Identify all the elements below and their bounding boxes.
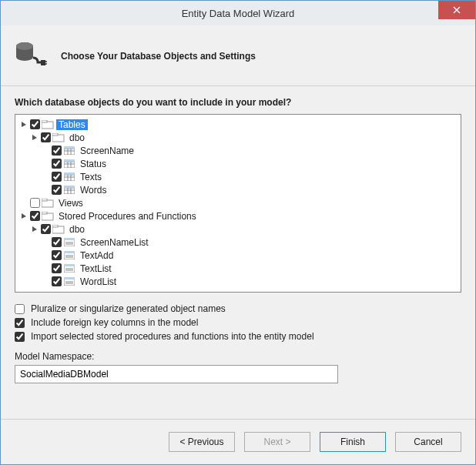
table-icon — [63, 185, 75, 196]
window-title: Entity Data Model Wizard — [1, 8, 475, 19]
tree-node-textadd[interactable]: TextAdd — [20, 249, 456, 262]
cancel-button[interactable]: Cancel — [395, 432, 461, 452]
checkbox-fk[interactable] — [15, 318, 25, 328]
tree-label: WordList — [78, 276, 119, 287]
sproc-icon — [63, 237, 75, 248]
checkbox-status[interactable] — [52, 159, 62, 169]
spacer — [42, 238, 50, 246]
database-plug-icon — [15, 41, 47, 72]
spacer — [42, 186, 50, 194]
option-pluralize-label: Pluralize or singularize generated objec… — [31, 303, 226, 314]
svg-rect-2 — [41, 60, 45, 65]
finish-button[interactable]: Finish — [320, 432, 386, 452]
checkbox-import-sp[interactable] — [15, 332, 25, 342]
folder-icon — [42, 198, 54, 209]
spacer — [20, 199, 28, 207]
tree-label: Views — [56, 198, 85, 209]
option-pluralize-row: Pluralize or singularize generated objec… — [15, 303, 461, 314]
spacer — [42, 264, 50, 273]
sproc-icon — [63, 250, 75, 261]
svg-rect-6 — [42, 120, 47, 122]
question-text: Which database objects do you want to in… — [15, 97, 461, 108]
svg-rect-48 — [64, 264, 75, 266]
svg-rect-52 — [64, 277, 75, 279]
titlebar: Entity Data Model Wizard — [1, 1, 475, 25]
svg-rect-36 — [42, 212, 47, 214]
table-icon — [63, 146, 75, 156]
folder-icon — [42, 211, 54, 222]
tree-node-status[interactable]: Status — [20, 157, 456, 170]
checkbox-tables-dbo[interactable] — [41, 132, 51, 142]
tree-node-views[interactable]: Views — [20, 196, 456, 209]
tree-node-screennamelist[interactable]: ScreenNameList — [20, 236, 456, 249]
next-button[interactable]: Next > — [244, 432, 310, 452]
namespace-label: Model Namespace: — [15, 351, 461, 362]
tree-label: Texts — [78, 172, 104, 182]
divider — [1, 85, 475, 86]
tree-node-screenname[interactable]: ScreenName — [20, 144, 456, 157]
tree-node-tables-dbo[interactable]: dbo — [20, 131, 456, 144]
sproc-icon — [63, 276, 75, 287]
svg-rect-8 — [52, 133, 58, 135]
tree-label: Status — [78, 159, 109, 169]
tree-label: dbo — [67, 224, 87, 235]
checkbox-sprocs-dbo[interactable] — [41, 224, 51, 234]
checkbox-screenname[interactable] — [52, 146, 62, 156]
close-icon — [453, 6, 461, 14]
spacer — [42, 146, 50, 155]
table-icon — [63, 172, 75, 182]
option-import-sp-label: Import selected stored procedures and fu… — [31, 331, 314, 342]
checkbox-pluralize[interactable] — [15, 304, 25, 314]
expand-icon[interactable] — [20, 120, 28, 129]
button-bar: < Previous Next > Finish Cancel — [1, 419, 475, 464]
checkbox-tables[interactable] — [30, 119, 40, 129]
tree-label: TextAdd — [78, 250, 116, 261]
option-fk-row: Include foreign key columns in the model — [15, 317, 461, 328]
svg-point-1 — [16, 42, 33, 50]
svg-rect-26 — [64, 172, 75, 175]
option-import-sp-row: Import selected stored procedures and fu… — [15, 331, 461, 342]
tree-label: dbo — [67, 132, 87, 143]
svg-rect-14 — [64, 146, 75, 149]
spacer — [42, 159, 50, 168]
svg-rect-38 — [52, 225, 58, 227]
checkbox-textadd[interactable] — [52, 250, 62, 260]
tree-node-texts[interactable]: Texts — [20, 170, 456, 183]
checkbox-texts[interactable] — [52, 172, 62, 182]
tree-node-sprocs-dbo[interactable]: dbo — [20, 222, 456, 236]
svg-rect-44 — [64, 251, 75, 253]
tree-label: TextList — [78, 263, 114, 274]
expand-icon[interactable] — [20, 212, 28, 220]
folder-icon — [42, 119, 54, 130]
svg-rect-34 — [42, 199, 47, 201]
close-button[interactable] — [438, 1, 475, 19]
header-row: Choose Your Database Objects and Setting… — [15, 36, 461, 85]
checkbox-wordlist[interactable] — [52, 276, 62, 286]
objects-tree[interactable]: Tables dbo ScreenName — [15, 114, 461, 293]
checkbox-screennamelist[interactable] — [52, 237, 62, 247]
svg-rect-20 — [64, 159, 75, 162]
option-fk-label: Include foreign key columns in the model — [31, 317, 198, 328]
tree-label: Stored Procedures and Functions — [56, 211, 199, 222]
tree-node-tables[interactable]: Tables — [20, 118, 456, 131]
previous-button[interactable]: < Previous — [169, 432, 235, 452]
tree-node-textlist[interactable]: TextList — [20, 262, 456, 275]
checkbox-words[interactable] — [52, 185, 62, 195]
tree-label: ScreenNameList — [78, 237, 151, 248]
checkbox-views[interactable] — [30, 198, 40, 208]
expand-icon[interactable] — [31, 133, 39, 142]
namespace-input[interactable] — [15, 365, 338, 383]
checkbox-sprocs[interactable] — [30, 211, 40, 221]
tree-node-sprocs[interactable]: Stored Procedures and Functions — [20, 209, 456, 222]
svg-rect-32 — [64, 186, 75, 188]
checkbox-textlist[interactable] — [52, 263, 62, 273]
spacer — [42, 172, 50, 181]
tree-node-words[interactable]: Words — [20, 183, 456, 196]
schema-icon — [52, 132, 65, 143]
tree-label: Words — [78, 185, 109, 196]
tree-node-wordlist[interactable]: WordList — [20, 275, 456, 288]
expand-icon[interactable] — [31, 225, 39, 233]
tree-label: Tables — [56, 119, 88, 130]
wizard-window: Entity Data Model Wizard Choose Your Dat… — [0, 0, 476, 465]
schema-icon — [52, 224, 65, 235]
